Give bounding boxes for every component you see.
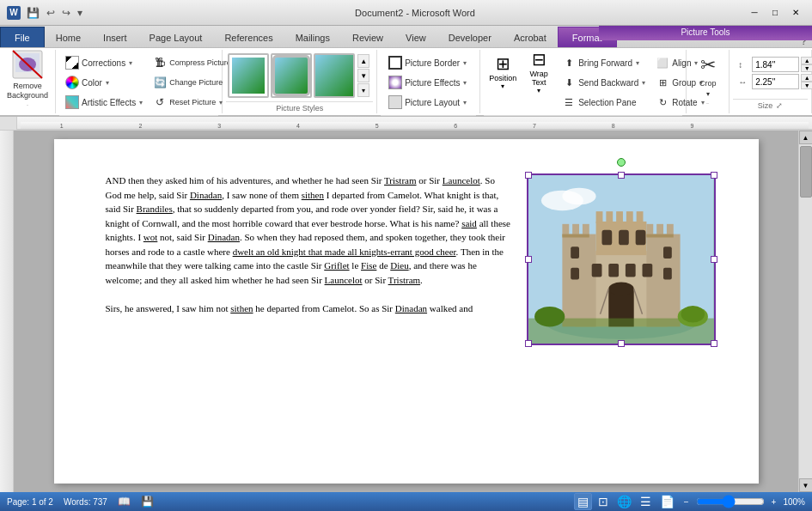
remove-background-label: RemoveBackground (7, 82, 48, 100)
picture-border-label: Picture Border (405, 58, 460, 68)
change-pic-icon: 🔄 (153, 76, 167, 89)
color-icon (65, 76, 79, 89)
view-outline-icon[interactable]: ☰ (638, 494, 654, 509)
svg-rect-31 (635, 230, 645, 246)
handle-tm[interactable] (618, 172, 625, 179)
height-up-arrow[interactable]: ▲ (801, 57, 812, 64)
tab-developer[interactable]: Developer (437, 27, 503, 47)
wrap-text-button[interactable]: ⊟ WrapText ▾ (522, 53, 556, 89)
size-expand-icon[interactable]: ⤢ (776, 101, 783, 110)
width-down-arrow[interactable]: ▼ (801, 82, 812, 89)
tab-review[interactable]: Review (341, 27, 394, 47)
height-input[interactable] (752, 57, 799, 72)
corrections-arrow: ▾ (129, 59, 132, 67)
svg-rect-20 (595, 211, 602, 223)
style-thumb-3[interactable] (314, 53, 355, 98)
corrections-button[interactable]: Corrections ▾ (61, 53, 147, 72)
svg-point-43 (681, 306, 704, 323)
title-bar: W 💾 ↩ ↪ ▾ Document2 - Microsoft Word ─ □… (0, 0, 812, 26)
artistic-effects-arrow: ▾ (139, 99, 143, 106)
status-left: Page: 1 of 2 Words: 737 📖 💾 (7, 496, 154, 508)
tab-mailings[interactable]: Mailings (284, 27, 341, 47)
artistic-effects-button[interactable]: Artistic Effects ▾ (61, 93, 147, 112)
spell-check-icon[interactable]: 📖 (118, 496, 131, 508)
svg-rect-34 (625, 264, 635, 277)
view-draft-icon[interactable]: 📄 (657, 494, 677, 509)
view-full-icon[interactable]: ⊡ (595, 494, 611, 509)
handle-ml[interactable] (525, 256, 532, 263)
crop-label: Crop (699, 79, 717, 88)
tab-references[interactable]: References (213, 27, 284, 47)
tab-view[interactable]: View (394, 27, 437, 47)
link-tristram-2: Tristram (388, 275, 421, 285)
tab-file[interactable]: File (0, 27, 45, 47)
handle-bm[interactable] (618, 340, 625, 347)
vertical-scrollbar: ▲ ▼ (798, 131, 812, 492)
style-thumb-2[interactable] (271, 53, 312, 98)
bring-forward-label: Bring Forward (578, 58, 632, 68)
zoom-level[interactable]: 100% (783, 497, 805, 507)
rotate-icon: ↻ (656, 95, 669, 109)
group-crop: ✂ Crop ▾ (687, 50, 730, 113)
tab-page-layout[interactable]: Page Layout (138, 27, 214, 47)
change-label: Change Picture (169, 78, 223, 87)
position-button[interactable]: ⊞ Position ▾ (485, 53, 520, 89)
link-dinadan-3: Dinadan (395, 303, 427, 313)
selected-image[interactable] (527, 173, 716, 345)
style-thumb-1[interactable] (228, 53, 269, 98)
svg-rect-16 (646, 224, 653, 236)
tab-home[interactable]: Home (45, 27, 92, 47)
handle-bl[interactable] (525, 340, 532, 347)
close-button[interactable]: ✕ (786, 5, 805, 21)
bring-forward-button[interactable]: ⬆ Bring Forward ▾ (558, 53, 650, 72)
handle-tr[interactable] (711, 172, 717, 179)
ruler-area: 1 2 3 4 5 6 7 8 9 (0, 117, 812, 131)
rotate-handle[interactable] (617, 158, 626, 167)
crop-button[interactable]: ✂ Crop ▾ (696, 51, 720, 101)
handle-tl[interactable] (525, 172, 532, 179)
save-icon[interactable]: 💾 (141, 496, 154, 508)
compress-icon: 🗜 (153, 56, 167, 70)
svg-point-37 (608, 282, 633, 295)
picture-effects-button[interactable]: Picture Effects ▾ (382, 73, 473, 92)
height-down-arrow[interactable]: ▼ (801, 64, 812, 72)
gallery-down-arrow[interactable]: ▼ (357, 69, 369, 82)
handle-br[interactable] (711, 340, 717, 347)
height-label: ↕ (738, 60, 750, 70)
zoom-out-button[interactable]: − (681, 496, 693, 508)
view-web-icon[interactable]: 🌐 (614, 494, 634, 509)
view-normal-icon[interactable]: ▤ (574, 493, 592, 510)
remove-background-button[interactable]: RemoveBackground (3, 48, 52, 101)
picture-border-button[interactable]: Picture Border ▾ (382, 53, 473, 72)
selection-pane-button[interactable]: ☰ Selection Pane (558, 93, 650, 112)
link-launcelot-1: Launcelot (443, 175, 480, 186)
gallery-more-arrow[interactable]: ▾ (357, 83, 369, 97)
send-backward-button[interactable]: ⬇ Send Backward ▾ (558, 73, 650, 92)
tab-acrobat[interactable]: Acrobat (503, 27, 558, 47)
word-icon: W (7, 6, 21, 20)
undo-quick-btn[interactable]: ↩ (44, 6, 58, 20)
save-quick-btn[interactable]: 💾 (24, 6, 42, 20)
artistic-effects-label: Artistic Effects (82, 98, 136, 107)
window-controls: ─ □ ✕ (745, 5, 805, 21)
scroll-down-button[interactable]: ▼ (799, 478, 813, 492)
color-button[interactable]: Color ▾ (61, 73, 147, 92)
svg-rect-10 (646, 234, 680, 327)
ruler-corner (0, 117, 17, 131)
handle-mr[interactable] (711, 256, 717, 263)
zoom-slider[interactable] (696, 496, 765, 508)
tab-insert[interactable]: Insert (92, 27, 138, 47)
customize-quick-btn[interactable]: ▾ (75, 6, 85, 20)
maximize-button[interactable]: □ (766, 5, 785, 21)
redo-quick-btn[interactable]: ↪ (59, 6, 73, 20)
width-input[interactable] (752, 74, 799, 89)
effects-arrow: ▾ (463, 79, 467, 87)
picture-layout-icon (388, 95, 402, 109)
picture-layout-button[interactable]: Picture Layout ▾ (382, 93, 473, 112)
scroll-up-button[interactable]: ▲ (799, 131, 813, 144)
gallery-up-arrow[interactable]: ▲ (357, 54, 369, 68)
minimize-button[interactable]: ─ (745, 5, 764, 21)
scroll-thumb[interactable] (800, 146, 812, 198)
width-up-arrow[interactable]: ▲ (801, 74, 812, 82)
zoom-in-button[interactable]: + (768, 496, 780, 508)
